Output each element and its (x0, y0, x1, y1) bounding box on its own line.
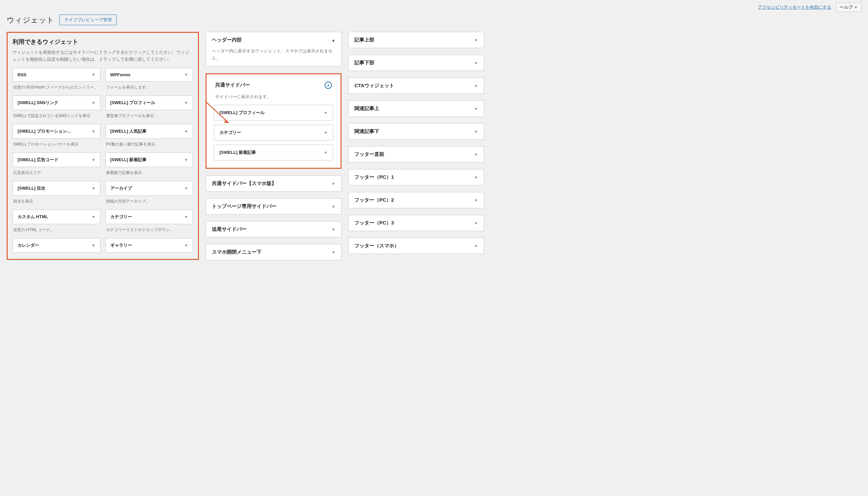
chevron-down-icon: ▼ (474, 84, 478, 88)
widget-area-collapsed[interactable]: フッター（PC）3▼ (348, 215, 484, 231)
widget-label: RSS (18, 72, 27, 77)
placed-widget[interactable]: [SWELL] 新着記事▼ (214, 144, 333, 160)
placed-widget[interactable]: [SWELL] プロフィール▼ (214, 105, 333, 121)
widget-area-collapsed[interactable]: フッター（PC）1▼ (348, 169, 484, 185)
widget-area-desc: サイドバーに表示されます。 (209, 93, 338, 105)
available-widget-item[interactable]: カスタム HTML▼ (13, 210, 100, 224)
chevron-down-icon: ▼ (474, 130, 478, 134)
widget-area-title: フッター直前 (354, 151, 384, 157)
widget-label: [SWELL] 目次 (18, 185, 45, 191)
available-widget-item[interactable]: [SWELL] 新着記事▼ (105, 153, 193, 167)
help-label: ヘルプ (840, 4, 853, 10)
help-button[interactable]: ヘルプ ▼ (836, 3, 862, 12)
widget-label: カテゴリー (110, 214, 132, 220)
widget-area-title: 記事下部 (354, 60, 374, 66)
placed-widget-label: [SWELL] プロフィール (219, 110, 265, 116)
widget-desc: 任意の HTML コード。 (13, 224, 100, 237)
available-widget-item[interactable]: カテゴリー▼ (105, 210, 193, 224)
placed-widget[interactable]: カテゴリー▼ (214, 125, 333, 141)
available-widget-item[interactable]: カレンダー▼ (13, 238, 100, 253)
widget-desc: カテゴリーリストやドロップダウン。 (105, 224, 193, 237)
widget-area-collapsed[interactable]: スマホ開閉メニュー下▼ (205, 244, 341, 260)
chevron-down-icon: ▼ (184, 129, 188, 133)
available-widget-item[interactable]: アーカイブ▼ (105, 181, 193, 196)
widget-label: [SWELL] プロモーション… (18, 128, 71, 134)
chevron-down-icon: ▼ (92, 215, 95, 219)
available-widget-item[interactable]: [SWELL] プロフィール▼ (105, 95, 193, 110)
accessibility-mode-link[interactable]: アクセシビリティモードを有効にする (758, 4, 831, 10)
chevron-down-icon: ▼ (92, 129, 95, 133)
widget-label: [SWELL] プロフィール (110, 100, 155, 106)
widget-area-collapsed[interactable]: フッター直前▼ (348, 146, 484, 162)
widget-area-collapsed[interactable]: 共通サイドバー【スマホ版】▼ (205, 175, 341, 192)
chevron-down-icon: ▼ (331, 250, 335, 254)
chevron-down-icon: ▼ (92, 243, 95, 247)
widget-area-title: 追尾サイドバー (212, 226, 247, 232)
widget-label: カスタム HTML (18, 214, 48, 220)
available-widget-item[interactable]: ギャラリー▼ (105, 238, 193, 253)
chevron-down-icon: ▼ (184, 158, 188, 162)
available-widget-item[interactable]: WPForms▼ (105, 68, 193, 81)
chevron-down-icon: ▼ (331, 205, 335, 208)
chevron-down-icon: ▼ (92, 186, 95, 190)
live-preview-button[interactable]: ライブプレビューで管理 (59, 15, 117, 25)
chevron-down-icon: ▼ (474, 153, 478, 156)
chevron-down-icon: ▼ (92, 158, 95, 162)
widget-area-header-internal[interactable]: ヘッダー内部 ▲ ヘッダー内に表示するウィジェット。スマホでは表示されません。 (205, 32, 341, 67)
widget-area-collapsed[interactable]: 記事上部▼ (348, 32, 484, 48)
available-widgets-panel: 利用できるウィジェット ウィジェットを有効化するにはサイドバーにドラッグするかク… (6, 32, 199, 260)
chevron-down-icon: ▼ (331, 228, 335, 231)
widget-area-collapsed[interactable]: 関連記事上▼ (348, 100, 484, 117)
widget-area-collapsed[interactable]: CTAウィジェット▼ (348, 78, 484, 94)
widget-area-header-toggle[interactable]: 共通サイドバー ▲ (209, 77, 338, 93)
chevron-down-icon: ▼ (331, 182, 335, 186)
available-widget-item[interactable]: [SWELL] 目次▼ (13, 181, 100, 196)
available-widgets-desc: ウィジェットを有効化するにはサイドバーにドラッグするかクリックしてください。ウィ… (13, 49, 193, 63)
widget-desc: 投稿の月別アーカイブ。 (105, 196, 193, 208)
widget-desc: SWELLプロモーションバナーを表示 (13, 139, 100, 151)
widget-area-desc: ヘッダー内に表示するウィジェット。スマホでは表示されません。 (206, 48, 341, 66)
available-widget-item[interactable]: RSS▼ (13, 68, 100, 81)
widget-area-collapsed[interactable]: 追尾サイドバー▼ (205, 221, 341, 237)
widget-area-title: 関連記事下 (354, 128, 379, 135)
widget-label: [SWELL] 人気記事 (110, 128, 147, 134)
widget-desc: 広告表示エリア (13, 167, 100, 180)
chevron-down-icon: ▼ (92, 73, 95, 77)
chevron-down-icon: ▼ (324, 111, 328, 115)
widget-area-title: フッター（PC）3 (354, 220, 394, 226)
available-widget-item[interactable]: [SWELL] 人気記事▼ (105, 124, 193, 139)
available-widget-item[interactable]: [SWELL] SNSリンク▼ (13, 95, 100, 110)
chevron-down-icon: ▼ (854, 5, 858, 9)
chevron-down-icon: ▼ (474, 244, 478, 248)
widget-label: WPForms (110, 72, 130, 77)
widget-desc: 任意の RSS/Atom フィードからのエントリー。 (13, 81, 100, 94)
widget-area-collapsed[interactable]: フッター（スマホ）▼ (348, 238, 484, 254)
widget-area-collapsed[interactable]: 関連記事下▼ (348, 123, 484, 140)
chevron-down-icon: ▼ (184, 101, 188, 105)
widget-desc: PV数の多い順で記事を表示 (105, 139, 193, 151)
page-title: ウィジェット (6, 15, 55, 25)
widget-area-title: 共通サイドバー (215, 82, 250, 88)
widget-area-collapsed[interactable]: 記事下部▼ (348, 55, 484, 71)
available-widget-item[interactable]: [SWELL] 広告コード▼ (13, 153, 100, 167)
available-widget-item[interactable]: [SWELL] プロモーション…▼ (13, 124, 100, 139)
chevron-up-circle-icon: ▲ (325, 81, 332, 89)
widget-label: アーカイブ (110, 185, 132, 191)
chevron-down-icon: ▼ (184, 243, 188, 247)
chevron-down-icon: ▼ (184, 73, 188, 77)
widget-area-title: フッター（スマホ） (354, 243, 399, 249)
widget-desc: SWELLで設定されているSNSリンクを表示 (13, 110, 100, 123)
chevron-down-icon: ▼ (324, 130, 328, 135)
widget-area-collapsed[interactable]: フッター（PC）2▼ (348, 192, 484, 208)
widget-desc: 目次を表示 (13, 196, 100, 208)
chevron-down-icon: ▼ (92, 101, 95, 105)
available-widgets-title: 利用できるウィジェット (13, 38, 193, 46)
placed-widget-label: カテゴリー (219, 130, 241, 136)
chevron-down-icon: ▼ (474, 107, 478, 111)
widget-area-title: スマホ開閉メニュー下 (212, 249, 262, 255)
widget-area-title: ヘッダー内部 (212, 37, 242, 43)
widget-area-collapsed[interactable]: トップページ専用サイドバー▼ (205, 198, 341, 215)
widget-area-common-sidebar: 共通サイドバー ▲ サイドバーに表示されます。 [SWELL] プロフィール▼カ… (205, 73, 341, 169)
widget-area-title: フッター（PC）1 (354, 174, 394, 180)
widget-label: カレンダー (18, 242, 39, 248)
